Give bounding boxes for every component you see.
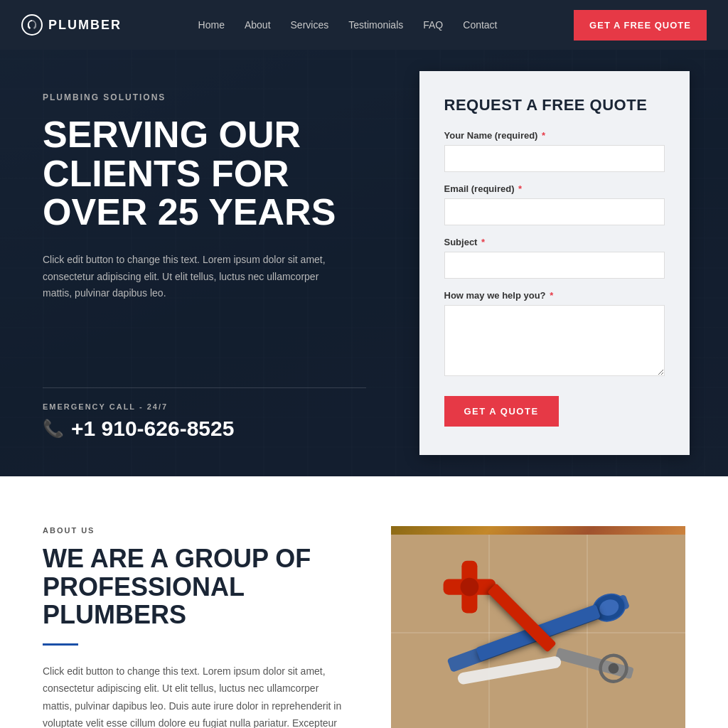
nav-faq[interactable]: FAQ <box>423 19 443 31</box>
about-divider <box>43 643 78 646</box>
hero-phone[interactable]: 📞 +1 910-626-8525 <box>43 417 366 441</box>
email-input[interactable] <box>444 198 665 225</box>
subject-input[interactable] <box>444 252 665 279</box>
phone-icon: 📞 <box>43 419 64 439</box>
form-title: REQUEST A FREE QUOTE <box>444 96 665 114</box>
logo-icon <box>21 14 43 36</box>
nav-testimonials[interactable]: Testimonials <box>348 19 403 31</box>
emergency-label: EMERGENCY CALL - 24/7 <box>43 402 366 411</box>
name-input[interactable] <box>444 145 665 172</box>
logo[interactable]: PLUMBER <box>21 14 122 36</box>
name-label: Your Name (required) * <box>444 130 665 141</box>
main-nav: Home About Services Testimonials FAQ Con… <box>198 18 498 31</box>
hero-form-area: REQUEST A FREE QUOTE Your Name (required… <box>395 50 728 476</box>
email-label: Email (required) * <box>444 183 665 194</box>
message-textarea[interactable] <box>444 305 665 376</box>
subject-required: * <box>481 237 485 247</box>
about-title: WE ARE A GROUP OF PROFESSIONAL PLUMBERS <box>43 545 348 629</box>
message-label: How may we help you? * <box>444 290 665 301</box>
hero-tag: PLUMBING SOLUTIONS <box>43 92 366 102</box>
form-group-email: Email (required) * <box>444 183 665 225</box>
quote-form-box: REQUEST A FREE QUOTE Your Name (required… <box>419 71 690 455</box>
about-image-top <box>391 526 685 728</box>
nav-services[interactable]: Services <box>291 19 329 31</box>
submit-quote-button[interactable]: GET A QUOTE <box>444 396 559 427</box>
about-images <box>391 526 685 728</box>
form-group-message: How may we help you? * <box>444 290 665 379</box>
hero-section: PLUMBING SOLUTIONS SERVING OUR CLIENTS F… <box>0 50 728 476</box>
hero-emergency: EMERGENCY CALL - 24/7 📞 +1 910-626-8525 <box>43 387 366 441</box>
name-required: * <box>542 130 545 141</box>
navbar-cta-button[interactable]: GET A FREE QUOTE <box>574 10 707 41</box>
form-group-name: Your Name (required) * <box>444 130 665 172</box>
about-tag: ABOUT US <box>43 526 348 535</box>
logo-text: PLUMBER <box>48 18 122 33</box>
form-group-subject: Subject * <box>444 237 665 279</box>
about-text-1: Click edit button to change this text. L… <box>43 663 348 728</box>
email-required: * <box>518 183 522 194</box>
svg-rect-1 <box>391 535 685 728</box>
navbar: PLUMBER Home About Services Testimonials… <box>0 0 728 50</box>
nav-contact[interactable]: Contact <box>463 19 497 31</box>
hero-description: Click edit button to change this text. L… <box>43 252 327 302</box>
hero-content: PLUMBING SOLUTIONS SERVING OUR CLIENTS F… <box>0 50 395 476</box>
message-required: * <box>550 290 553 301</box>
nav-about[interactable]: About <box>245 19 271 31</box>
tools-illustration <box>391 526 685 728</box>
phone-number: +1 910-626-8525 <box>71 417 234 441</box>
nav-home[interactable]: Home <box>198 19 225 31</box>
about-content: ABOUT US WE ARE A GROUP OF PROFESSIONAL … <box>43 526 348 728</box>
hero-title: SERVING OUR CLIENTS FOR OVER 25 YEARS <box>43 115 366 232</box>
svg-point-10 <box>461 578 479 596</box>
subject-label: Subject * <box>444 237 665 247</box>
about-section: ABOUT US WE ARE A GROUP OF PROFESSIONAL … <box>0 476 728 728</box>
